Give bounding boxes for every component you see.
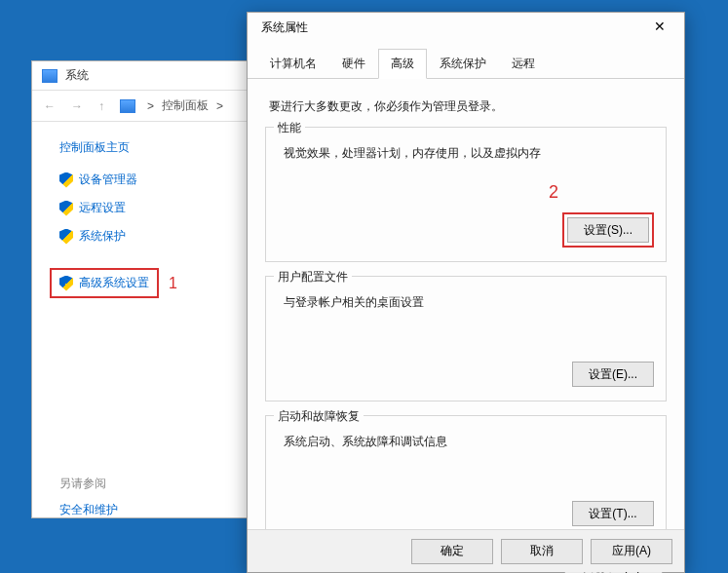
breadcrumb-root[interactable]: 控制面板: [162, 97, 209, 114]
shield-icon: [59, 201, 73, 216]
tab-advanced[interactable]: 高级: [378, 49, 427, 79]
group-title-performance: 性能: [274, 120, 305, 136]
dialog-titlebar[interactable]: 系统属性 ✕: [248, 13, 684, 42]
group-title-startup-recovery: 启动和故障恢复: [274, 408, 364, 425]
system-window-title: 系统: [65, 67, 89, 84]
sidebar-item-label: 远程设置: [79, 200, 126, 216]
nav-up-icon[interactable]: ↑: [95, 99, 108, 113]
shield-icon: [59, 229, 73, 245]
sidebar-item-label: 设备管理器: [79, 172, 137, 188]
annotation-two: 2: [549, 182, 558, 203]
system-properties-dialog: 系统属性 ✕ 计算机名 硬件 高级 系统保护 远程 要进行大多数更改，你必须作为…: [247, 12, 685, 573]
sidebar-item-label: 系统保护: [79, 228, 126, 245]
breadcrumb-sep: >: [147, 99, 154, 113]
dialog-footer: 确定 取消 应用(A): [248, 529, 684, 572]
tab-hardware[interactable]: 硬件: [329, 49, 378, 79]
apply-button[interactable]: 应用(A): [591, 539, 672, 564]
group-desc-performance: 视觉效果，处理器计划，内存使用，以及虚拟内存: [284, 145, 654, 162]
ok-button[interactable]: 确定: [411, 539, 493, 564]
group-desc-user-profiles: 与登录帐户相关的桌面设置: [284, 294, 654, 311]
monitor-icon: [120, 99, 135, 113]
tab-remote[interactable]: 远程: [499, 49, 548, 79]
group-user-profiles: 用户配置文件 与登录帐户相关的桌面设置 设置(E)...: [265, 276, 667, 401]
dialog-body: 要进行大多数更改，你必须作为管理员登录。 性能 视觉效果，处理器计划，内存使用，…: [248, 79, 684, 573]
dialog-title: 系统属性: [261, 19, 308, 36]
highlight-settings-button: 设置(S)...: [562, 212, 654, 248]
group-performance: 性能 视觉效果，处理器计划，内存使用，以及虚拟内存 2 设置(S)...: [265, 127, 667, 262]
shield-icon: [59, 276, 73, 291]
annotation-one: 1: [169, 275, 177, 292]
shield-icon: [59, 172, 73, 188]
intro-text: 要进行大多数更改，你必须作为管理员登录。: [269, 98, 663, 115]
tab-computer-name[interactable]: 计算机名: [257, 49, 329, 79]
group-desc-startup-recovery: 系统启动、系统故障和调试信息: [284, 434, 654, 450]
startup-recovery-settings-button[interactable]: 设置(T)...: [572, 501, 654, 526]
close-button[interactable]: ✕: [643, 17, 676, 38]
group-startup-recovery: 启动和故障恢复 系统启动、系统故障和调试信息 设置(T)...: [265, 415, 667, 541]
breadcrumb-sep: >: [216, 99, 223, 113]
user-profiles-settings-button[interactable]: 设置(E)...: [572, 362, 654, 387]
monitor-icon: [42, 69, 57, 83]
group-title-user-profiles: 用户配置文件: [274, 269, 352, 286]
sidebar-item-label: 高级系统设置: [79, 275, 149, 291]
tab-bar: 计算机名 硬件 高级 系统保护 远程: [248, 42, 684, 79]
cancel-button[interactable]: 取消: [501, 539, 583, 564]
sidebar-item-advanced-system-settings[interactable]: 高级系统设置: [50, 268, 159, 298]
nav-back-icon[interactable]: ←: [40, 99, 59, 113]
tab-system-protection[interactable]: 系统保护: [427, 49, 499, 79]
nav-forward-icon[interactable]: →: [67, 99, 87, 113]
performance-settings-button[interactable]: 设置(S)...: [567, 217, 649, 243]
